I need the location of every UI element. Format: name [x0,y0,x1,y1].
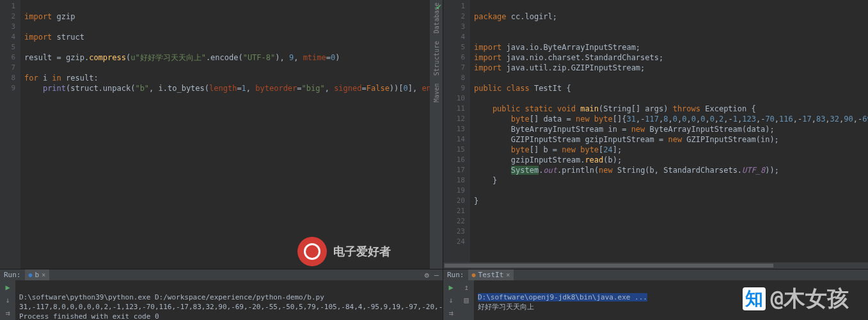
code: ByteArrayInputStream(data); [650,125,775,134]
line-num: 21 [443,206,465,216]
code: .println( [557,166,599,175]
right-editor[interactable]: 1 2 3 4 5 6 7 ▶8 9 ▶10 11 12 13 14 15 16… [443,0,868,262]
code: [] b = [530,145,562,154]
run-output[interactable]: D:\software\openj9-jdk8\bin\java.exe ...… [474,280,868,320]
keyword: for [24,74,43,83]
keyword: byte [594,115,613,124]
left-editor[interactable]: 1 2 3 4 5 6 7 8 9 import gzip import str… [0,0,443,269]
step-icon[interactable]: ↥ [464,283,468,292]
line-num: 19 [443,186,465,196]
num: 1 [242,84,246,93]
line-num: 20 [443,196,465,206]
class-ref: System [511,166,539,175]
n: 117 [645,115,659,124]
code: []{ [613,115,627,124]
python-icon: ● [29,271,33,278]
n: 0 [691,115,696,124]
line-num: 22 [443,216,465,227]
run-label: Run: [447,271,464,279]
code: , i.to_bytes( [149,84,209,93]
line-num: 9 [0,83,15,93]
down-icon[interactable]: ↓ [448,296,453,305]
down-icon[interactable]: ↓ [5,296,10,305]
line-num: 5 [0,42,15,52]
n: 116 [779,115,793,124]
play-icon[interactable]: ▶ [448,283,453,292]
code: )); [765,166,779,175]
keyword: new [631,125,650,134]
string: "b" [135,84,149,93]
n: 32 [830,115,839,124]
line-num: 16 [443,155,465,165]
line-num: 6 [0,52,15,63]
keyword: byte [474,115,530,124]
c: , [775,115,779,124]
code: result = gzip. [24,53,89,62]
left-right-sidebar: Database Structure Maven [430,0,443,269]
n: 17 [802,115,811,124]
code: .encode( [206,53,243,62]
gear-icon[interactable]: ⚙ [425,271,429,280]
keyword: in [52,74,66,83]
run-output[interactable]: D:\software\python39\python.exe D:/works… [15,280,443,320]
keyword: import [24,33,52,42]
code: } [474,176,497,185]
string: u"好好学习天天向上" [130,53,206,62]
close-icon[interactable]: × [42,271,45,278]
param: signed [334,84,361,93]
line-num: 2 [0,12,15,22]
indent [474,166,511,175]
out-result: 好好学习天天向上 [478,303,534,311]
code: ), [275,53,289,62]
c: , [812,115,816,124]
close-icon[interactable]: × [506,271,510,278]
n: 83 [816,115,825,124]
right-pane: 1 2 3 4 5 6 7 ▶8 9 ▶10 11 12 13 14 15 16… [443,0,868,320]
minimize-icon[interactable]: — [434,271,439,280]
checkmark-icon[interactable]: ✔ [436,1,441,12]
run-tab[interactable]: ● TestIt × [468,269,514,280]
code: = [297,84,301,93]
structure-tab[interactable]: Structure [433,41,440,76]
filter-icon[interactable]: ▤ [464,296,468,305]
right-code[interactable]: package cc.logirl; import java.io.ByteAr… [470,0,868,262]
right-run-panel: Run: ● TestIt × ▶ ↓ ⇉ ↥ ▤ D:\software\op… [443,269,868,320]
keyword: new [668,135,686,144]
c: , [714,115,719,124]
play-icon[interactable]: ▶ [5,283,10,292]
code: , [325,84,334,93]
code: GZIPInputStream gzipInputStream = [474,135,668,144]
line-num: 1 [0,1,15,12]
out-result: 31,-117,8,0,0,0,0,0,2,-1,123,-70,116,-17… [19,303,443,311]
code: Exception { [705,104,755,113]
code: (String[] args) [599,104,673,113]
code: GZIPInputStream(in); [686,135,779,144]
line-num: 7 [443,63,465,73]
keyword: import [474,43,507,52]
h-scrollbar[interactable] [443,262,868,269]
line-num: 5 [443,42,465,52]
line-num: 8 [0,73,15,83]
wrap-icon[interactable]: ⇉ [448,308,453,317]
run-label: Run: [4,271,21,279]
line-num: 14 [443,134,465,145]
indent [24,84,43,93]
c: ,- [793,115,802,124]
n: 90 [844,115,853,124]
run-tab[interactable]: ● b × [25,269,50,280]
line-num: 10 [457,94,465,102]
code: = [326,53,331,62]
keyword: public class [474,84,534,93]
left-code[interactable]: import gzip import struct result = gzip.… [20,0,443,269]
line-num: 4 [0,32,15,42]
keyword: throws [673,104,706,113]
maven-tab[interactable]: Maven [433,83,440,102]
param: length [209,84,237,93]
string: "big" [302,84,325,93]
run-toolbar2: ↥ ▤ [459,280,474,320]
line-num: 6 [443,52,465,63]
wrap-icon[interactable]: ⇉ [5,308,10,317]
out-command: D:\software\python39\python.exe D:/works… [19,293,324,301]
run-header: Run: ● b × ⚙ — [0,269,443,280]
string: "UTF-8" [243,53,276,62]
